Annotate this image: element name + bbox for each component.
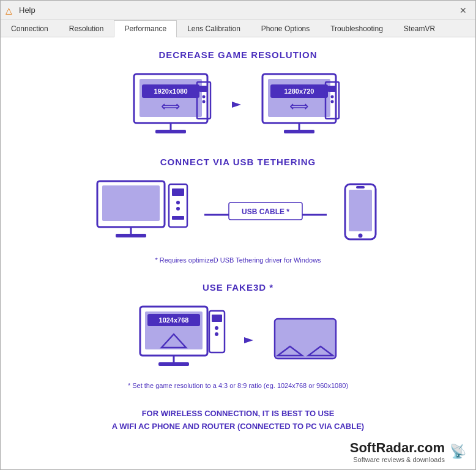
right-arrow-svg [229,95,247,114]
tab-resolution[interactable]: Resolution [59,20,114,37]
svg-rect-8 [199,86,208,92]
svg-point-9 [203,95,206,99]
svg-rect-38 [356,186,365,188]
svg-rect-31 [172,216,184,220]
svg-text:1280x720: 1280x720 [284,88,314,95]
section-usb-title: CONNECT VIA USB TETHERING [19,157,457,167]
fake3d-diagram: 1024x768 [19,304,457,377]
svg-point-48 [215,326,218,330]
watermark-sub: Software reviews & downloads [350,456,445,463]
main-window: △ Help ✕ Connection Resolution Performan… [0,0,476,470]
svg-rect-24 [102,185,160,221]
svg-point-29 [176,201,180,204]
footer-line1: FOR WIRELESS CONNECTION, IT IS BEST TO U… [19,408,457,420]
svg-rect-45 [158,362,189,366]
svg-point-49 [215,332,218,336]
svg-text:⟺: ⟺ [289,99,309,114]
tab-lens-calibration[interactable]: Lens Calibration [177,20,251,37]
close-button[interactable]: ✕ [456,3,470,18]
tab-troubleshooting[interactable]: Troubleshooting [320,20,393,37]
usb-tethering-diagram: USB CABLE * [19,178,457,252]
svg-rect-36 [349,190,372,231]
svg-rect-6 [155,130,186,133]
window-title: Help [19,6,456,15]
svg-rect-26 [116,234,146,237]
fake3d-phone-display-svg [272,316,339,365]
watermark-main: SoftRadar.com [350,440,445,456]
section-decrease-resolution-title: DECREASE GAME RESOLUTION [19,50,457,60]
usb-cable-svg: USB CABLE * [204,190,327,239]
section-fake3d-title: USE FAKE3D * [19,282,457,293]
svg-text:⟺: ⟺ [161,99,180,114]
computer-small-svg: 1280x720 ⟺ [259,71,345,138]
svg-rect-28 [172,188,184,196]
watermark-icon: 📡 [450,444,466,460]
fake3d-arrow-svg [241,331,259,349]
decrease-resolution-diagram: 1920x1080 ⟺ [19,71,457,138]
tab-steamvr[interactable]: SteamVR [393,20,445,37]
phone-svg [339,181,382,248]
fake3d-computer-svg: 1024x768 [137,304,229,377]
svg-point-21 [331,95,334,99]
svg-point-10 [203,100,206,103]
svg-point-22 [331,100,334,103]
svg-point-30 [176,207,180,211]
watermark: SoftRadar.com Software reviews & downloa… [350,440,466,463]
tab-phone-options[interactable]: Phone Options [251,20,320,37]
svg-text:1024x768: 1024x768 [159,316,189,324]
svg-marker-11 [232,102,241,108]
app-icon: △ [6,6,15,15]
content-area: DECREASE GAME RESOLUTION 1920x1080 ⟺ [1,37,475,469]
footer-text: FOR WIRELESS CONNECTION, IT IS BEST TO U… [19,408,457,433]
svg-point-37 [359,234,363,238]
section-decrease-resolution: DECREASE GAME RESOLUTION 1920x1080 ⟺ [19,50,457,138]
tab-bar: Connection Resolution Performance Lens C… [1,20,475,37]
title-bar: △ Help ✕ [1,1,475,20]
svg-rect-51 [275,319,336,359]
computer-large-svg: 1920x1080 ⟺ [131,71,217,138]
tab-connection[interactable]: Connection [1,20,59,37]
fake3d-note: * Set the game resolution to a 4:3 or 8:… [19,382,457,389]
section-fake3d: USE FAKE3D * 1024x768 [19,282,457,389]
svg-rect-47 [212,315,222,322]
usb-computer-svg [94,178,192,252]
section-usb-tethering: CONNECT VIA USB TETHERING [19,157,457,264]
svg-rect-20 [328,86,337,92]
svg-text:1920x1080: 1920x1080 [154,88,187,95]
footer-line2: A WIFI AC PHONE AND ROUTER (CONNECTED TO… [19,420,457,433]
svg-rect-18 [284,130,314,133]
svg-marker-50 [244,337,253,343]
usb-note: * Requires optimizeD USB Tethering drive… [19,256,457,264]
tab-performance[interactable]: Performance [114,20,177,37]
svg-text:USB CABLE *: USB CABLE * [242,207,289,216]
